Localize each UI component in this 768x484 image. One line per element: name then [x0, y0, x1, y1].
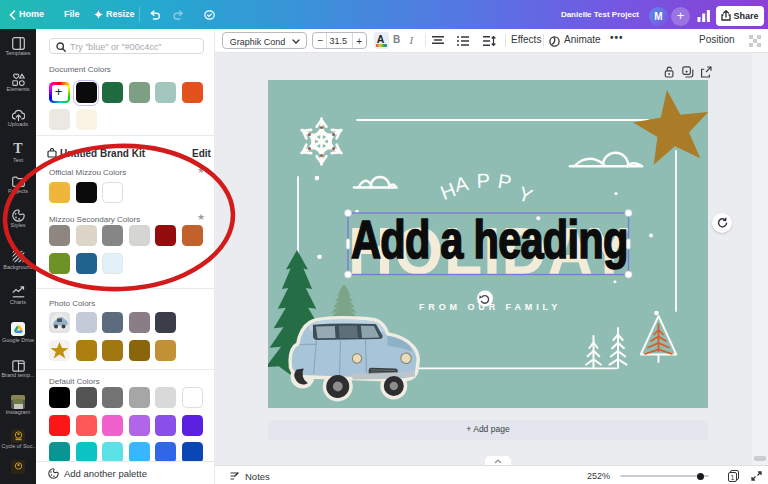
svg-text:P: P	[476, 169, 490, 191]
svg-text:Add a heading: Add a heading	[351, 211, 628, 270]
